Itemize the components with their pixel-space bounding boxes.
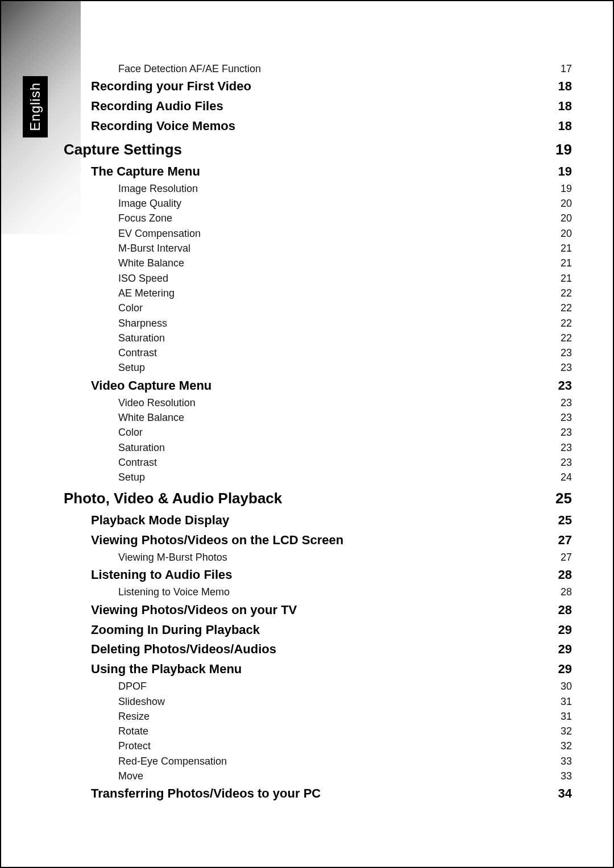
toc-entry-page: 23	[561, 361, 572, 374]
toc-entry: DPOF 30	[118, 679, 572, 693]
toc-entry: M-Burst Interval 21	[118, 241, 572, 255]
toc-entry: Recording your First Video 18	[91, 77, 572, 95]
toc-entry: Protect 32	[118, 739, 572, 753]
toc-entry: The Capture Menu 19	[91, 162, 572, 181]
toc-entry-page: 19	[558, 162, 572, 181]
toc-entry: AE Metering 22	[118, 286, 572, 300]
toc-entry-page: 30	[561, 679, 572, 693]
toc-entry-title: Image Quality	[118, 197, 181, 210]
toc-entry: EV Compensation 20	[118, 227, 572, 240]
toc-entry: Contrast 23	[118, 346, 572, 360]
toc-entry: Viewing M-Burst Photos 27	[118, 550, 572, 564]
toc-entry-title: Setup	[118, 361, 145, 374]
toc-entry-page: 23	[561, 456, 572, 469]
toc-entry-page: 21	[561, 256, 572, 270]
toc-entry-title: AE Metering	[118, 286, 175, 300]
toc-entry-page: 23	[561, 396, 572, 410]
toc-entry: Sharpness 22	[118, 316, 572, 330]
toc-entry-page: 23	[561, 425, 572, 439]
toc-entry-title: Image Resolution	[118, 182, 198, 195]
toc-entry: White Balance 21	[118, 256, 572, 270]
toc-entry-title: Resize	[118, 710, 150, 723]
toc-entry-title: Capture Settings	[64, 139, 182, 161]
toc-entry-title: Focus Zone	[118, 211, 172, 225]
toc-entry: ISO Speed 21	[118, 272, 572, 285]
toc-entry: Move 33	[118, 769, 572, 783]
toc-entry-page: 34	[558, 784, 572, 803]
toc-entry-page: 20	[561, 197, 572, 210]
toc-entry-page: 22	[561, 316, 572, 330]
toc-entry-title: Color	[118, 301, 143, 315]
toc-entry-title: DPOF	[118, 679, 147, 693]
toc-entry-title: Viewing M-Burst Photos	[118, 550, 227, 564]
toc-entry-title: ISO Speed	[118, 272, 168, 285]
document-page: English Face Detection AF/AE Function 17…	[0, 0, 614, 868]
toc-entry-page: 27	[558, 531, 572, 549]
toc-entry: Listening to Audio Files 28	[91, 566, 572, 584]
toc-entry: Transferring Photos/Videos to your PC 34	[91, 784, 572, 803]
toc-entry-page: 25	[558, 511, 572, 529]
toc-entry-page: 29	[558, 621, 572, 639]
toc-entry: Capture Settings 19	[64, 139, 572, 161]
toc-entry: Video Capture Menu 23	[91, 377, 572, 395]
toc-entry-page: 18	[558, 97, 572, 115]
toc-entry-title: Sharpness	[118, 316, 167, 330]
toc-entry-page: 21	[561, 241, 572, 255]
toc-entry-title: Protect	[118, 739, 151, 753]
toc-entry-title: M-Burst Interval	[118, 241, 190, 255]
toc-entry: Setup 24	[118, 470, 572, 484]
toc-entry: Slideshow 31	[118, 695, 572, 708]
toc-entry-title: Saturation	[118, 441, 165, 454]
toc-entry: Red-Eye Compensation 33	[118, 754, 572, 768]
toc-entry: Photo, Video & Audio Playback 25	[64, 487, 572, 510]
toc-entry: Listening to Voice Memo 28	[118, 585, 572, 599]
toc-entry-title: Photo, Video & Audio Playback	[64, 487, 282, 510]
toc-entry: Recording Audio Files 18	[91, 97, 572, 115]
toc-entry-page: 19	[561, 182, 572, 195]
toc-entry: Rotate 32	[118, 724, 572, 738]
language-tab-label: English	[27, 82, 43, 131]
toc-entry-title: Zooming In During Playback	[91, 621, 260, 639]
toc-entry-page: 23	[558, 377, 572, 395]
toc-entry: Face Detection AF/AE Function 17	[118, 62, 572, 76]
toc-entry-page: 28	[558, 601, 572, 619]
toc-entry-page: 31	[561, 710, 572, 723]
toc-entry-title: Recording Voice Memos	[91, 117, 235, 135]
toc-entry: Viewing Photos/Videos on your TV 28	[91, 601, 572, 619]
toc-entry-title: Video Capture Menu	[91, 377, 211, 395]
toc-entry: Saturation 23	[118, 441, 572, 454]
toc-entry-title: Red-Eye Compensation	[118, 754, 227, 768]
toc-entry-title: Viewing Photos/Videos on the LCD Screen	[91, 531, 343, 549]
toc-entry-title: Listening to Voice Memo	[118, 585, 230, 599]
toc-entry: Zooming In During Playback 29	[91, 621, 572, 639]
toc-entry-page: 23	[561, 411, 572, 424]
toc-entry: Setup 23	[118, 361, 572, 374]
toc-entry-title: Recording Audio Files	[91, 97, 223, 115]
toc-entry: Saturation 22	[118, 331, 572, 345]
toc-entry-page: 27	[561, 550, 572, 564]
toc-entry: Viewing Photos/Videos on the LCD Screen …	[91, 531, 572, 549]
toc-entry-title: Transferring Photos/Videos to your PC	[91, 784, 321, 803]
toc-entry: Color 22	[118, 301, 572, 315]
toc-entry-title: Saturation	[118, 331, 165, 345]
toc-entry-page: 24	[561, 470, 572, 484]
toc-entry-page: 29	[558, 640, 572, 658]
table-of-contents: Face Detection AF/AE Function 17Recordin…	[64, 61, 572, 803]
toc-entry-title: Viewing Photos/Videos on your TV	[91, 601, 297, 619]
toc-entry: Focus Zone 20	[118, 211, 572, 225]
toc-entry-page: 32	[561, 739, 572, 753]
toc-entry-page: 33	[561, 754, 572, 768]
toc-entry-title: Rotate	[118, 724, 148, 738]
toc-entry-page: 23	[561, 441, 572, 454]
toc-entry-title: EV Compensation	[118, 227, 201, 240]
toc-entry-page: 17	[561, 62, 572, 76]
toc-entry: Recording Voice Memos 18	[91, 117, 572, 135]
toc-entry-title: Move	[118, 769, 143, 783]
toc-entry-title: Slideshow	[118, 695, 165, 708]
toc-entry-title: Deleting Photos/Videos/Audios	[91, 640, 276, 658]
toc-entry-page: 31	[561, 695, 572, 708]
toc-entry-page: 28	[558, 566, 572, 584]
toc-entry: Image Resolution 19	[118, 182, 572, 195]
toc-entry-title: White Balance	[118, 411, 184, 424]
toc-entry: Contrast 23	[118, 456, 572, 469]
